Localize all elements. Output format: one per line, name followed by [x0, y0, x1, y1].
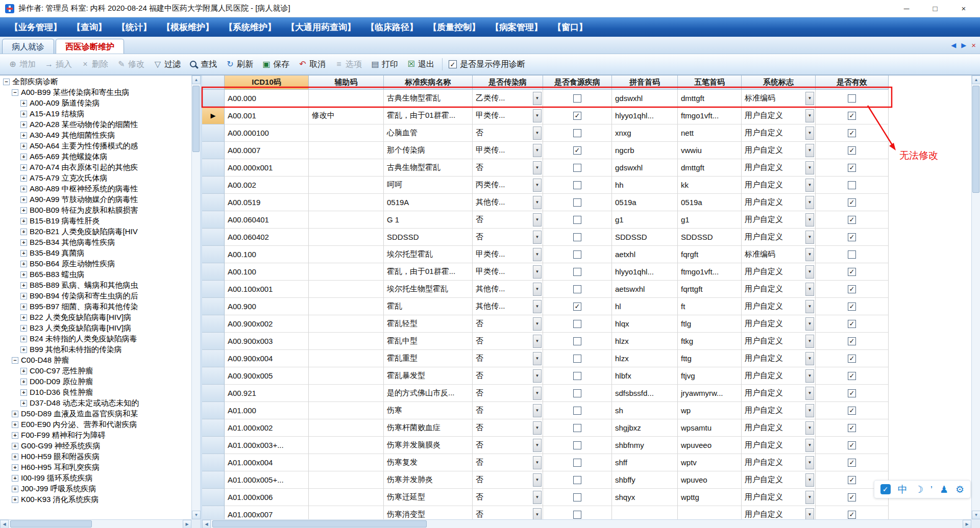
cell-foodborne[interactable]	[543, 367, 612, 385]
expand-icon[interactable]: +	[20, 304, 27, 310]
tree-item[interactable]: + B20-B21 人类免疫缺陷病毒[HIV	[0, 227, 191, 237]
dropdown-arrow-icon[interactable]: ▼	[533, 196, 542, 209]
cell-valid[interactable]	[816, 385, 889, 402]
tree-item[interactable]: + A15-A19 结核病	[0, 109, 191, 119]
cell-aux-code[interactable]	[309, 419, 384, 437]
cell-foodborne[interactable]	[543, 229, 612, 246]
scroll-left-icon[interactable]: ◀	[202, 520, 211, 528]
expand-icon[interactable]: +	[20, 239, 27, 246]
expand-icon[interactable]: +	[20, 164, 27, 171]
dropdown-arrow-icon[interactable]: ▼	[533, 231, 542, 244]
scroll-right-icon[interactable]: ▶	[963, 520, 971, 528]
table-row[interactable]: ▶ A00.100 霍乱，由于01群霍... 甲类传... ▼ hlyyo1qh…	[202, 263, 971, 281]
cell-icd10[interactable]: A00.900x005	[225, 367, 309, 385]
cell-foodborne[interactable]	[543, 489, 612, 506]
cell-aux-code[interactable]	[309, 229, 384, 246]
menu-item[interactable]: 【大通用药查询】	[282, 21, 360, 33]
cell-sysflag[interactable]: 用户自定义 ▼	[742, 419, 816, 437]
row-selector[interactable]: ▶	[202, 298, 225, 315]
toolbar-button[interactable]: ▣ 保存	[258, 56, 294, 73]
cell-icd10[interactable]: A00.002	[225, 177, 309, 194]
cell-aux-code[interactable]	[309, 142, 384, 159]
expand-icon[interactable]: +	[20, 250, 27, 257]
valid-checkbox[interactable]	[848, 389, 856, 397]
expand-icon[interactable]: +	[20, 175, 27, 182]
cell-icd10[interactable]: A00.000	[225, 90, 309, 107]
valid-checkbox[interactable]	[848, 250, 856, 259]
valid-checkbox[interactable]	[848, 129, 856, 137]
foodborne-checkbox[interactable]	[573, 216, 581, 224]
dropdown-arrow-icon[interactable]: ▼	[533, 109, 542, 122]
cell-wubi[interactable]: ft	[678, 298, 742, 315]
cell-disease-name[interactable]: 古典生物型霍乱	[384, 90, 473, 107]
dropdown-arrow-icon[interactable]: ▼	[533, 352, 542, 365]
dropdown-arrow-icon[interactable]: ▼	[533, 369, 542, 383]
tree-item[interactable]: + B50-B64 原生动物性疾病	[0, 259, 191, 269]
expand-icon[interactable]: +	[12, 486, 18, 492]
cell-valid[interactable]	[816, 177, 889, 194]
tab[interactable]: 西医诊断维护	[56, 39, 124, 54]
cell-pinyin[interactable]: sh	[612, 402, 678, 419]
row-selector[interactable]: ▶	[202, 506, 225, 519]
dropdown-arrow-icon[interactable]: ▼	[805, 213, 814, 227]
cell-pinyin[interactable]: hlyyo1qhl...	[612, 107, 678, 124]
cell-sysflag[interactable]: 用户自定义 ▼	[742, 350, 816, 367]
dropdown-arrow-icon[interactable]: ▼	[533, 265, 542, 279]
cell-pinyin[interactable]: sdfsbssfd...	[612, 385, 678, 402]
cell-sysflag[interactable]: 标准编码 ▼	[742, 90, 816, 107]
expand-icon[interactable]: +	[20, 111, 27, 117]
tree-item[interactable]: + C00-C97 恶性肿瘤	[0, 366, 191, 376]
cell-infectious[interactable]: 否 ▼	[473, 471, 543, 489]
grid-horizontal-scrollbar[interactable]: ◀ ▶	[202, 519, 971, 528]
cell-infectious[interactable]: 否 ▼	[473, 315, 543, 333]
cell-icd10[interactable]: A00.0007	[225, 142, 309, 159]
tree-item[interactable]: + B22 人类免疫缺陷病毒[HIV]病	[0, 312, 191, 323]
column-header-sysflag[interactable]: 系统标志	[742, 76, 816, 90]
cell-wubi[interactable]: wpuveo	[678, 471, 742, 489]
cell-valid[interactable]	[816, 298, 889, 315]
cell-aux-code[interactable]	[309, 246, 384, 263]
cell-icd10[interactable]: A01.000x005+...	[225, 471, 309, 489]
cell-wubi[interactable]: wpsamtu	[678, 419, 742, 437]
expand-icon[interactable]: +	[12, 443, 18, 449]
valid-checkbox[interactable]	[848, 285, 856, 293]
tree-item[interactable]: + B99 其他和未特指的传染病	[0, 344, 191, 355]
valid-checkbox[interactable]	[848, 112, 856, 120]
dropdown-arrow-icon[interactable]: ▼	[533, 179, 542, 192]
cell-sysflag[interactable]: 用户自定义 ▼	[742, 298, 816, 315]
column-header-valid[interactable]: 是否有效	[816, 76, 889, 90]
cell-wubi[interactable]: wpttg	[678, 489, 742, 506]
cell-wubi[interactable]: SDDSSD	[678, 229, 742, 246]
tree-item[interactable]: + A50-A64 主要为性传播模式的感	[0, 141, 191, 152]
cell-valid[interactable]	[816, 350, 889, 367]
cell-sysflag[interactable]: 用户自定义 ▼	[742, 124, 816, 142]
cell-infectious[interactable]: 丙类传... ▼	[473, 177, 543, 194]
cell-foodborne[interactable]	[543, 385, 612, 402]
cell-wubi[interactable]: 0519a	[678, 194, 742, 211]
cell-disease-name[interactable]: 霍乱中型	[384, 333, 473, 350]
cell-valid[interactable]	[816, 263, 889, 281]
cell-pinyin[interactable]: hlbfx	[612, 367, 678, 385]
cell-aux-code[interactable]	[309, 211, 384, 229]
cell-icd10[interactable]: A01.000x003+...	[225, 437, 309, 454]
menu-item[interactable]: 【统计】	[112, 21, 156, 33]
cell-icd10[interactable]: A00.000100	[225, 124, 309, 142]
table-row[interactable]: ▶ A00.100x001 埃尔托生物型霍乱 其他传... ▼ aetswxhl…	[202, 281, 971, 298]
foodborne-checkbox[interactable]	[573, 320, 581, 328]
cell-aux-code[interactable]	[309, 90, 384, 107]
foodborne-checkbox[interactable]	[573, 389, 581, 397]
dropdown-arrow-icon[interactable]: ▼	[805, 421, 814, 435]
cell-icd10[interactable]: A00.900x003	[225, 333, 309, 350]
expand-icon[interactable]: +	[12, 475, 18, 482]
cell-aux-code[interactable]	[309, 177, 384, 194]
cell-wubi[interactable]: jryawmyrw...	[678, 385, 742, 402]
tree-item[interactable]: + A65-A69 其他螺旋体病	[0, 152, 191, 162]
valid-checkbox[interactable]	[848, 459, 856, 467]
cell-foodborne[interactable]	[543, 471, 612, 489]
column-header-wubi[interactable]: 五笔首码	[678, 76, 742, 90]
cell-disease-name[interactable]: 伤寒并发脑膜炎	[384, 437, 473, 454]
toolbar-button[interactable]: × 删除	[77, 56, 113, 73]
cell-wubi[interactable]: nett	[678, 124, 742, 142]
dropdown-arrow-icon[interactable]: ▼	[805, 491, 814, 504]
column-header-aux-code[interactable]: 辅助码	[309, 76, 384, 90]
